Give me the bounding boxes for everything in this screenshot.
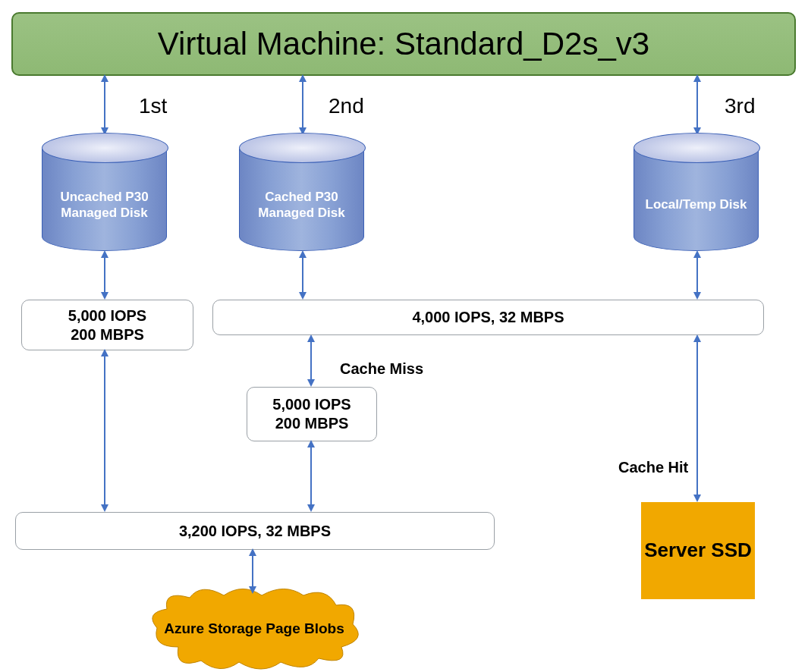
- arrow-icon: [99, 250, 110, 300]
- vm-title-text: Virtual Machine: Standard_D2s_v3: [158, 26, 649, 62]
- svg-marker-26: [307, 504, 315, 512]
- svg-marker-16: [693, 250, 701, 258]
- svg-marker-29: [249, 586, 256, 594]
- vm-title-box: Virtual Machine: Standard_D2s_v3: [11, 12, 796, 76]
- ordinal-3rd: 3rd: [725, 94, 755, 118]
- arrow-icon: [297, 250, 308, 300]
- metric-uncached: 5,000 IOPS 200 MBPS: [21, 300, 193, 350]
- svg-marker-10: [101, 250, 108, 258]
- cylinder-top-icon: [42, 133, 168, 163]
- cylinder-top-icon: [239, 133, 366, 163]
- metric-cached-local: 4,000 IOPS, 32 MBPS: [212, 300, 764, 335]
- arrow-icon: [247, 548, 258, 594]
- arrow-icon: [99, 349, 110, 512]
- label-cache-miss: Cache Miss: [340, 360, 423, 378]
- svg-marker-1: [101, 74, 108, 82]
- disk-uncached-label: Uncached P30 Managed Disk: [50, 189, 159, 221]
- svg-marker-20: [101, 504, 108, 512]
- svg-marker-22: [307, 334, 315, 342]
- arrow-icon: [306, 334, 316, 387]
- disk-local-label: Local/Temp Disk: [646, 196, 747, 212]
- svg-marker-13: [299, 250, 307, 258]
- svg-marker-31: [693, 334, 701, 342]
- disk-cached: Cached P30 Managed Disk: [239, 133, 364, 251]
- arrow-icon: [692, 250, 703, 300]
- disk-local: Local/Temp Disk: [634, 133, 759, 251]
- disk-uncached: Uncached P30 Managed Disk: [42, 133, 167, 251]
- page-blobs-cloud: Azure Storage Page Blobs: [148, 586, 360, 670]
- cylinder-top-icon: [634, 133, 760, 163]
- svg-marker-7: [693, 74, 701, 82]
- metric-page-blobs: 3,200 IOPS, 32 MBPS: [15, 512, 495, 550]
- svg-marker-19: [101, 349, 108, 356]
- arrow-icon: [99, 74, 110, 135]
- svg-marker-14: [299, 292, 307, 300]
- metric-cache-miss: 5,000 IOPS 200 MBPS: [247, 387, 377, 441]
- svg-marker-25: [307, 440, 315, 447]
- svg-marker-23: [307, 379, 315, 387]
- server-ssd-label: Server SSD: [644, 539, 752, 562]
- label-cache-hit: Cache Hit: [618, 459, 688, 476]
- svg-marker-4: [299, 74, 307, 82]
- ordinal-2nd: 2nd: [329, 94, 364, 118]
- svg-marker-11: [101, 292, 108, 300]
- svg-marker-32: [693, 495, 701, 502]
- arrow-icon: [692, 74, 703, 135]
- ordinal-1st: 1st: [139, 94, 167, 118]
- svg-marker-28: [249, 548, 256, 556]
- svg-marker-17: [693, 292, 701, 300]
- arrow-icon: [306, 440, 316, 512]
- disk-cached-label: Cached P30 Managed Disk: [247, 189, 356, 221]
- server-ssd-box: Server SSD: [641, 502, 755, 599]
- arrow-icon: [297, 74, 308, 135]
- page-blobs-label: Azure Storage Page Blobs: [148, 620, 360, 638]
- arrow-icon: [692, 334, 703, 502]
